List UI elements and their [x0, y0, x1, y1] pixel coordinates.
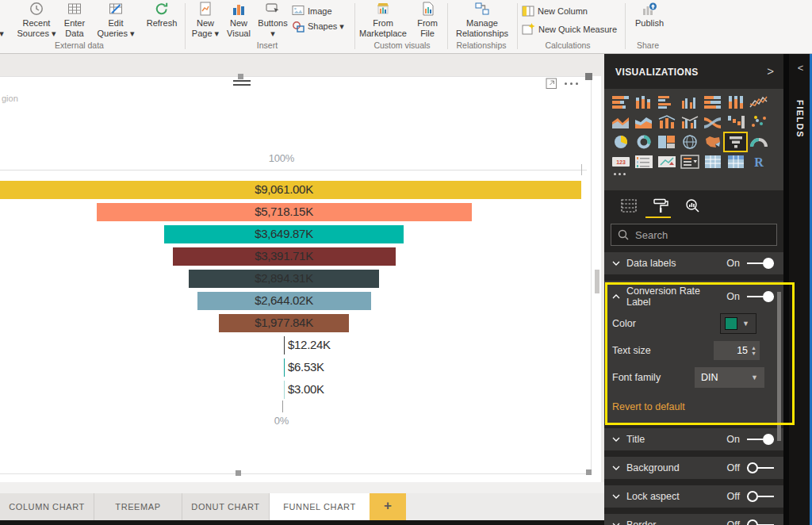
add-page-button[interactable]: + — [370, 493, 406, 520]
new-visual-button[interactable]: New Visual — [222, 0, 255, 41]
page-tab-donut-chart[interactable]: DONUT CHART — [182, 493, 270, 520]
drag-grip-icon[interactable] — [233, 84, 251, 86]
funnel-bar[interactable]: $1,977.84K — [0, 314, 601, 332]
funnel-bar[interactable]: $6.53K — [0, 358, 601, 377]
format-search-box[interactable]: Search — [611, 224, 777, 246]
page-tab-column-chart[interactable]: COLUMN CHART — [0, 493, 94, 520]
viz-type-map-icon[interactable] — [678, 132, 701, 151]
manage-relationships-button[interactable]: Manage Relationships — [452, 0, 512, 41]
funnel-bar[interactable]: $3.00K — [0, 381, 601, 399]
font-family-dropdown[interactable]: DIN ▼ — [695, 367, 764, 388]
panel-expand-chevron-icon[interactable]: > — [767, 64, 774, 78]
format-pane-tab-icon[interactable] — [650, 197, 671, 214]
viz-type-scatter-chart-icon[interactable] — [747, 113, 770, 132]
panel-scrollbar[interactable] — [777, 292, 781, 441]
viz-type-stacked-bar-chart-icon[interactable] — [609, 93, 632, 112]
viz-type-clustered-column-chart-icon[interactable] — [678, 93, 701, 112]
edit-queries-button[interactable]: Edit Queries ▾ — [94, 0, 138, 41]
fields-panel-collapsed[interactable]: < FIELDS — [789, 54, 812, 525]
publish-button[interactable]: Publish — [628, 0, 671, 41]
page-tab-funnel-chart[interactable]: FUNNEL CHART — [270, 493, 370, 520]
ribbon-separator — [354, 3, 355, 49]
shapes-button[interactable]: Shapes ▾ — [292, 21, 344, 33]
viz-type-line-chart-icon[interactable] — [747, 93, 770, 112]
viz-type-stacked-column-chart-icon[interactable] — [632, 93, 655, 112]
section-border[interactable]: Border Off — [604, 514, 783, 525]
revert-to-default-link[interactable]: Revert to default — [612, 401, 685, 412]
viz-type-area-chart-icon[interactable] — [609, 113, 632, 132]
get-data-button[interactable]: Get Data ▾ — [0, 0, 13, 41]
new-page-button[interactable]: New Page ▾ — [189, 0, 222, 41]
funnel-bar[interactable]: $9,061.00K — [0, 181, 601, 199]
resize-handle-bottom-right[interactable] — [586, 469, 592, 475]
fields-pane-tab-icon[interactable] — [619, 197, 639, 214]
viz-type-kpi-icon[interactable] — [655, 152, 678, 171]
funnel-bar[interactable]: $12.24K — [0, 336, 601, 354]
more-options-icon[interactable] — [565, 82, 578, 85]
viz-type-stacked-area-chart-icon[interactable] — [632, 113, 655, 132]
title-toggle[interactable] — [747, 434, 774, 445]
section-title[interactable]: Title On — [604, 428, 783, 450]
from-marketplace-button[interactable]: From Marketplace — [358, 0, 408, 41]
viz-type-line-stacked-column-chart-icon[interactable] — [655, 113, 678, 132]
viz-type-matrix-icon[interactable] — [724, 152, 747, 171]
viz-type-pie-chart-icon[interactable] — [609, 132, 632, 151]
viz-type-hundred-stacked-bar-chart-icon[interactable] — [701, 93, 724, 112]
viz-type-filled-map-icon[interactable] — [701, 132, 724, 151]
border-toggle[interactable] — [747, 519, 774, 525]
new-quick-measure-button[interactable]: New Quick Measure — [522, 22, 617, 36]
viz-type-ribbon-chart-icon[interactable] — [701, 113, 724, 132]
data-labels-toggle[interactable] — [747, 258, 774, 269]
conversion-rate-label-toggle[interactable] — [747, 291, 774, 302]
viz-type-multi-row-card-icon[interactable] — [632, 152, 655, 171]
funnel-bar[interactable]: $3,391.71K — [0, 247, 601, 266]
viz-type-slicer-icon[interactable] — [678, 152, 701, 171]
funnel-bar[interactable]: $2,644.02K — [0, 292, 601, 310]
recent-sources-button[interactable]: Recent Sources ▾ — [16, 0, 57, 41]
enter-data-button[interactable]: Enter Data — [57, 0, 92, 41]
page-tab-treemap[interactable]: TREEMAP — [94, 493, 182, 520]
color-picker-dropdown[interactable]: ▼ — [720, 313, 756, 334]
analytics-pane-tab-icon[interactable] — [682, 197, 703, 214]
viz-type-donut-chart-icon[interactable] — [632, 132, 655, 151]
viz-type-waterfall-chart-icon[interactable] — [724, 113, 747, 132]
refresh-button[interactable]: Refresh — [141, 0, 182, 41]
spinner-arrows-icon[interactable]: ▲▼ — [751, 345, 756, 356]
new-visual-icon — [232, 2, 246, 17]
panel-collapse-chevron-icon[interactable]: < — [789, 62, 812, 74]
funnel-bar[interactable]: $5,718.15K — [0, 203, 601, 221]
buttons-button[interactable]: Buttons ▾ — [255, 0, 290, 41]
viz-type-card-icon[interactable]: 123 — [609, 152, 632, 171]
edit-queries-icon — [109, 2, 123, 17]
section-data-labels[interactable]: Data labels On — [604, 252, 783, 274]
viz-type-funnel-icon[interactable] — [724, 132, 747, 151]
conversion-rate-label-header[interactable]: Conversion Rate Label On — [604, 285, 783, 308]
viz-type-treemap-icon[interactable] — [655, 132, 678, 151]
publish-label: Publish — [635, 18, 664, 29]
funnel-bar[interactable]: $2,894.31K — [0, 270, 601, 288]
new-column-button[interactable]: New Column — [522, 5, 588, 17]
focus-mode-icon[interactable] — [546, 78, 557, 90]
funnel-bar[interactable]: $3,649.87K — [0, 225, 601, 243]
viz-type-line-clustered-column-chart-icon[interactable] — [678, 113, 701, 132]
lock-aspect-toggle[interactable] — [747, 491, 774, 502]
viz-type-hundred-stacked-column-chart-icon[interactable] — [724, 93, 747, 112]
resize-handle-top-right[interactable] — [585, 73, 592, 80]
drag-grip-icon[interactable] — [233, 80, 251, 82]
from-file-button[interactable]: From File — [409, 0, 446, 41]
resize-handle-bottom-center[interactable] — [236, 470, 241, 476]
image-button[interactable]: Image — [292, 5, 332, 17]
more-visuals-icon[interactable] — [614, 173, 626, 175]
search-icon — [618, 229, 629, 240]
svg-text:R: R — [754, 155, 764, 169]
viz-type-clustered-bar-chart-icon[interactable] — [655, 93, 678, 112]
viz-type-gauge-icon[interactable] — [747, 132, 770, 151]
viz-type-table-icon[interactable] — [701, 152, 724, 171]
section-lock-aspect[interactable]: Lock aspect Off — [604, 485, 783, 508]
canvas-vertical-scrollbar[interactable] — [595, 270, 599, 293]
resize-handle-top-center[interactable] — [238, 74, 243, 79]
background-toggle[interactable] — [747, 462, 774, 473]
section-background[interactable]: Background Off — [604, 457, 783, 479]
text-size-input[interactable]: 15 ▲▼ — [714, 341, 760, 360]
viz-type-r-script-icon[interactable]: R — [747, 152, 770, 171]
